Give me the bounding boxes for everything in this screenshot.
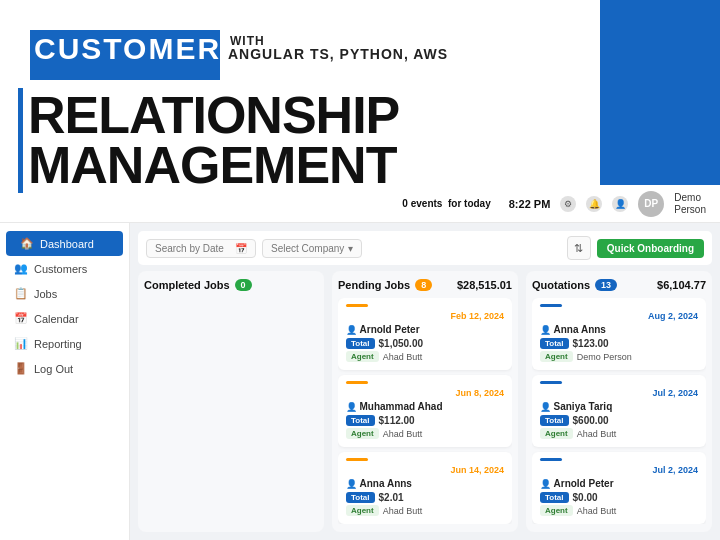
q-card-agent-row-3: Agent Ahad Butt xyxy=(540,505,698,516)
quotations-amount: $6,104.77 xyxy=(657,279,706,291)
card-agent-row-3: Agent Ahad Butt xyxy=(346,505,504,516)
completed-jobs-badge: 0 xyxy=(235,279,252,291)
pending-jobs-column: Pending Jobs 8 $28,515.01 Feb 12, 2024 A… xyxy=(332,271,518,532)
company-filter-label: Select Company xyxy=(271,243,344,254)
q-card-agent-1: Demo Person xyxy=(577,352,632,362)
q-card-name-3: Arnold Peter xyxy=(540,478,698,489)
q-card-total-row-3: Total $0.00 xyxy=(540,492,698,503)
q-total-tag-1: Total xyxy=(540,338,569,349)
events-label: 0 events for today xyxy=(402,198,490,209)
quotation-card-3[interactable]: Jul 2, 2024 Arnold Peter Total $0.00 Age… xyxy=(532,452,706,524)
jobs-icon: 📋 xyxy=(14,287,27,300)
q-card-date-1: Aug 2, 2024 xyxy=(540,311,698,321)
sidebar: 🏠 Dashboard 👥 Customers 📋 Jobs 📅 Calenda… xyxy=(0,223,130,540)
total-tag-1: Total xyxy=(346,338,375,349)
quotation-card-1[interactable]: Aug 2, 2024 Anna Anns Total $123.00 Agen… xyxy=(532,298,706,370)
customers-icon: 👥 xyxy=(14,262,27,275)
card-bar-3 xyxy=(346,458,368,461)
sidebar-jobs-label: Jobs xyxy=(34,288,57,300)
q-card-agent-2: Ahad Butt xyxy=(577,429,617,439)
chevron-down-icon: ▾ xyxy=(348,243,353,254)
quotation-card-2[interactable]: Jul 2, 2024 Saniya Tariq Total $600.00 A… xyxy=(532,375,706,447)
total-tag-3: Total xyxy=(346,492,375,503)
q-card-total-row-2: Total $600.00 xyxy=(540,415,698,426)
q-card-agent-row-1: Agent Demo Person xyxy=(540,351,698,362)
completed-jobs-column: Completed Jobs 0 xyxy=(138,271,324,532)
bell-icon[interactable]: 🔔 xyxy=(586,196,602,212)
agent-tag-1: Agent xyxy=(346,351,379,362)
pending-jobs-header: Pending Jobs 8 $28,515.01 xyxy=(338,279,512,291)
q-card-agent-3: Ahad Butt xyxy=(577,506,617,516)
hero-management-label: MANAGEMENT xyxy=(28,135,396,195)
sidebar-reporting-label: Reporting xyxy=(34,338,82,350)
quotations-list: Aug 2, 2024 Anna Anns Total $123.00 Agen… xyxy=(532,298,706,524)
filter-bar: Search by Date 📅 Select Company ▾ ⇅ Quic… xyxy=(138,231,712,265)
main-layout: 🏠 Dashboard 👥 Customers 📋 Jobs 📅 Calenda… xyxy=(0,223,720,540)
sidebar-item-logout[interactable]: 🚪 Log Out xyxy=(0,356,129,381)
pending-job-card-2[interactable]: Jun 8, 2024 Muhammad Ahad Total $112.00 … xyxy=(338,375,512,447)
q-card-bar-2 xyxy=(540,381,562,384)
q-card-bar-3 xyxy=(540,458,562,461)
reporting-icon: 📊 xyxy=(14,337,27,350)
q-agent-tag-1: Agent xyxy=(540,351,573,362)
q-total-tag-2: Total xyxy=(540,415,569,426)
sidebar-dashboard-label: Dashboard xyxy=(40,238,94,250)
calendar-icon: 📅 xyxy=(14,312,27,325)
date-filter[interactable]: Search by Date 📅 xyxy=(146,239,256,258)
avatar[interactable]: DP xyxy=(638,191,664,217)
username-line1: Demo xyxy=(674,192,706,204)
quotations-title: Quotations xyxy=(532,279,590,291)
card-total-row-2: Total $112.00 xyxy=(346,415,504,426)
sidebar-item-dashboard[interactable]: 🏠 Dashboard xyxy=(6,231,123,256)
sidebar-item-customers[interactable]: 👥 Customers xyxy=(0,256,129,281)
sidebar-item-reporting[interactable]: 📊 Reporting xyxy=(0,331,129,356)
q-card-amount-1: $123.00 xyxy=(573,338,609,349)
completed-jobs-title: Completed Jobs xyxy=(144,279,230,291)
sidebar-item-jobs[interactable]: 📋 Jobs xyxy=(0,281,129,306)
agent-tag-2: Agent xyxy=(346,428,379,439)
quick-onboarding-button[interactable]: Quick Onboarding xyxy=(597,239,704,258)
username-line2: Person xyxy=(674,204,706,216)
calendar-input-icon: 📅 xyxy=(235,243,247,254)
job-columns: Completed Jobs 0 Pending Jobs 8 $28,515.… xyxy=(138,271,712,532)
total-tag-2: Total xyxy=(346,415,375,426)
pending-jobs-badge: 8 xyxy=(415,279,432,291)
card-date-1: Feb 12, 2024 xyxy=(346,311,504,321)
card-name-2: Muhammad Ahad xyxy=(346,401,504,412)
quotations-header: Quotations 13 $6,104.77 xyxy=(532,279,706,291)
settings-icon[interactable]: ⚙ xyxy=(560,196,576,212)
main-content: Search by Date 📅 Select Company ▾ ⇅ Quic… xyxy=(130,223,720,540)
filter-toggle-button[interactable]: ⇅ xyxy=(567,236,591,260)
sidebar-logout-label: Log Out xyxy=(34,363,73,375)
card-agent-row-1: Agent Ahad Butt xyxy=(346,351,504,362)
left-accent-bar xyxy=(18,88,23,193)
date-filter-label: Search by Date xyxy=(155,243,224,254)
app-container: 0 events for today 8:22 PM ⚙ 🔔 👤 DP Demo… xyxy=(0,185,720,540)
q-card-agent-row-2: Agent Ahad Butt xyxy=(540,428,698,439)
quotations-column: Quotations 13 $6,104.77 Aug 2, 2024 Anna… xyxy=(526,271,712,532)
card-amount-3: $2.01 xyxy=(379,492,404,503)
card-bar-2 xyxy=(346,381,368,384)
pending-job-card-3[interactable]: Jun 14, 2024 Anna Anns Total $2.01 Agent… xyxy=(338,452,512,524)
q-card-date-3: Jul 2, 2024 xyxy=(540,465,698,475)
notifications-icon[interactable]: 👤 xyxy=(612,196,628,212)
q-card-bar-1 xyxy=(540,304,562,307)
card-date-3: Jun 14, 2024 xyxy=(346,465,504,475)
dashboard-icon: 🏠 xyxy=(20,237,33,250)
pending-job-card-1[interactable]: Feb 12, 2024 Arnold Peter Total $1,050.0… xyxy=(338,298,512,370)
events-count: 0 events xyxy=(402,198,442,209)
sidebar-item-calendar[interactable]: 📅 Calendar xyxy=(0,306,129,331)
card-agent-2: Ahad Butt xyxy=(383,429,423,439)
card-date-2: Jun 8, 2024 xyxy=(346,388,504,398)
q-card-total-row-1: Total $123.00 xyxy=(540,338,698,349)
username-display: Demo Person xyxy=(674,192,706,216)
pending-jobs-amount: $28,515.01 xyxy=(457,279,512,291)
hero-customer-label: CUSTOMER xyxy=(34,32,221,66)
q-card-amount-3: $0.00 xyxy=(573,492,598,503)
agent-tag-3: Agent xyxy=(346,505,379,516)
right-blue-rect xyxy=(600,0,720,185)
completed-jobs-list xyxy=(144,298,318,524)
logout-icon: 🚪 xyxy=(14,362,27,375)
pending-jobs-list: Feb 12, 2024 Arnold Peter Total $1,050.0… xyxy=(338,298,512,524)
company-filter[interactable]: Select Company ▾ xyxy=(262,239,362,258)
